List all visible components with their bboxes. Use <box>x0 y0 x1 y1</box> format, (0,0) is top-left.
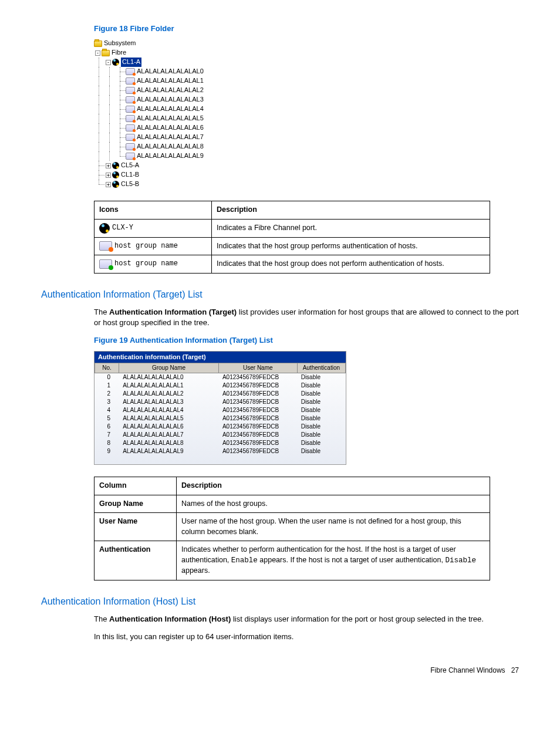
tree-label: ALALALALALALALAL7 <box>137 133 204 141</box>
cell-user: A0123456789FEDCB <box>218 390 297 398</box>
cell-user: A0123456789FEDCB <box>218 447 297 455</box>
cell-no: 3 <box>95 398 119 406</box>
tree-host-item[interactable]: ALALALALALALALAL6 <box>94 123 519 133</box>
table-row[interactable]: 4 ALALALALALALALAL4 A0123456789FEDCB Dis… <box>95 406 346 414</box>
auth-th-user[interactable]: User Name <box>218 363 297 373</box>
expand-icon[interactable]: + <box>106 182 111 187</box>
heading-target-list: Authentication Information (Target) List <box>41 288 519 301</box>
tree-label: Fibre <box>112 48 126 57</box>
tree-connector <box>115 67 126 76</box>
figure19-caption: Figure 19 Authentication Information (Ta… <box>94 335 519 346</box>
page-footer: Fibre Channel Windows 27 <box>41 666 519 676</box>
table-row[interactable]: 9 ALALALALALALALAL9 A0123456789FEDCB Dis… <box>95 447 346 455</box>
cell-user: A0123456789FEDCB <box>218 382 297 390</box>
tree-connector <box>104 67 115 76</box>
cell-auth: Disable <box>297 398 345 406</box>
tree-root[interactable]: Subsystem <box>94 39 519 48</box>
tree-connector <box>115 151 126 161</box>
auth-info-panel: Authentication information (Target) No. … <box>94 351 346 465</box>
tree-host-item[interactable]: ALALALALALALALAL5 <box>94 114 519 123</box>
auth-th-no[interactable]: No. <box>95 363 119 373</box>
column-name: Group Name <box>95 495 177 513</box>
table-row[interactable]: 8 ALALALALALALALAL8 A0123456789FEDCB Dis… <box>95 439 346 447</box>
tree-host-item[interactable]: ALALALALALALALAL8 <box>94 142 519 151</box>
tree-connector <box>94 170 104 180</box>
collapse-icon[interactable]: - <box>106 60 111 65</box>
folder-icon <box>94 40 102 47</box>
tree-connector <box>94 67 104 76</box>
host-auth-icon <box>126 115 135 122</box>
host-auth-icon <box>126 96 135 103</box>
tree-host-item[interactable]: ALALALALALALALAL3 <box>94 95 519 104</box>
tree-label: CL1-B <box>121 170 139 179</box>
cell-group: ALALALALALALALAL9 <box>119 447 219 455</box>
tree-port-collapsed[interactable]: + CL1-B <box>94 170 519 180</box>
table-row[interactable]: 6 ALALALALALALALAL6 A0123456789FEDCB Dis… <box>95 423 346 431</box>
auth-th-group[interactable]: Group Name <box>119 363 219 373</box>
expand-icon[interactable]: + <box>106 163 111 168</box>
cell-no: 7 <box>95 431 119 439</box>
expand-icon[interactable]: + <box>106 173 111 178</box>
tree-connector <box>104 104 115 114</box>
tree-connector <box>104 142 115 151</box>
icon-cell: host group name <box>95 255 212 274</box>
cell-group: ALALALALALALALAL6 <box>119 423 219 431</box>
auth-th-auth[interactable]: Authentication <box>297 363 345 373</box>
tree-host-item[interactable]: ALALALALALALALAL4 <box>94 104 519 114</box>
cell-no: 8 <box>95 439 119 447</box>
port-icon <box>112 171 119 178</box>
host-auth-icon <box>126 106 135 113</box>
tree-port-collapsed[interactable]: + CL5-A <box>94 161 519 170</box>
tree-label: ALALALALALALALAL2 <box>137 86 204 94</box>
host-auth-icon <box>126 134 135 141</box>
cell-auth: Disable <box>297 431 345 439</box>
tree-fibre[interactable]: - Fibre <box>94 48 519 58</box>
tree-host-item[interactable]: ALALALALALALALAL2 <box>94 86 519 95</box>
tree-label: ALALALALALALALAL3 <box>137 95 204 104</box>
cell-no: 2 <box>95 390 119 398</box>
tree-connector <box>94 133 104 142</box>
cell-no: 5 <box>95 414 119 423</box>
tree-label: ALALALALALALALAL1 <box>137 76 204 85</box>
host-auth-icon <box>126 87 135 94</box>
table-row[interactable]: 1 ALALALALALALALAL1 A0123456789FEDCB Dis… <box>95 382 346 390</box>
tree-label: ALALALALALALALAL5 <box>137 114 204 123</box>
column-desc: User name of the host group. When the us… <box>177 513 490 541</box>
column-table-header-desc: Description <box>177 477 490 495</box>
icon-table: Icons Description CLX-Y Indicates a Fibr… <box>94 201 490 274</box>
host-body2: In this list, you can register up to 64 … <box>94 632 519 642</box>
tree-host-item[interactable]: ALALALALALALALAL9 <box>94 151 519 161</box>
cell-group: ALALALALALALALAL1 <box>119 382 219 390</box>
host-auth-icon <box>126 124 135 131</box>
tree-connector <box>104 95 115 104</box>
cell-auth: Disable <box>297 414 345 423</box>
table-row[interactable]: 7 ALALALALALALALAL7 A0123456789FEDCB Dis… <box>95 431 346 439</box>
tree-host-item[interactable]: ALALALALALALALAL7 <box>94 133 519 142</box>
tree-connector <box>94 161 104 170</box>
heading-host-list: Authentication Information (Host) List <box>41 595 519 608</box>
table-row[interactable]: 0 ALALALALALALALAL0 A0123456789FEDCB Dis… <box>95 373 346 382</box>
tree-port-selected[interactable]: - CL1-A <box>94 58 519 67</box>
tree-label: ALALALALALALALAL6 <box>137 123 204 132</box>
tree-connector <box>94 123 104 133</box>
table-row[interactable]: 5 ALALALALALALALAL5 A0123456789FEDCB Dis… <box>95 414 346 423</box>
tree-connector <box>104 151 115 161</box>
tree-connector <box>94 142 104 151</box>
cell-user: A0123456789FEDCB <box>218 414 297 423</box>
table-row[interactable]: 3 ALALALALALALALAL3 A0123456789FEDCB Dis… <box>95 398 346 406</box>
icon-label: host group name <box>114 259 178 269</box>
tree-connector <box>115 104 126 114</box>
cell-user: A0123456789FEDCB <box>218 398 297 406</box>
cell-group: ALALALALALALALAL8 <box>119 439 219 447</box>
tree-connector <box>115 114 126 123</box>
host-auth-icon <box>126 77 135 85</box>
table-row[interactable]: 2 ALALALALALALALAL2 A0123456789FEDCB Dis… <box>95 390 346 398</box>
icon-table-header-icons: Icons <box>95 201 212 220</box>
tree-host-item[interactable]: ALALALALALALALAL0 <box>94 67 519 76</box>
port-icon <box>112 162 119 169</box>
collapse-icon[interactable]: - <box>95 50 100 56</box>
tree-connector <box>115 123 126 133</box>
tree-port-collapsed[interactable]: + CL5-B <box>94 180 519 189</box>
tree-connector <box>94 58 104 67</box>
tree-host-item[interactable]: ALALALALALALALAL1 <box>94 76 519 86</box>
